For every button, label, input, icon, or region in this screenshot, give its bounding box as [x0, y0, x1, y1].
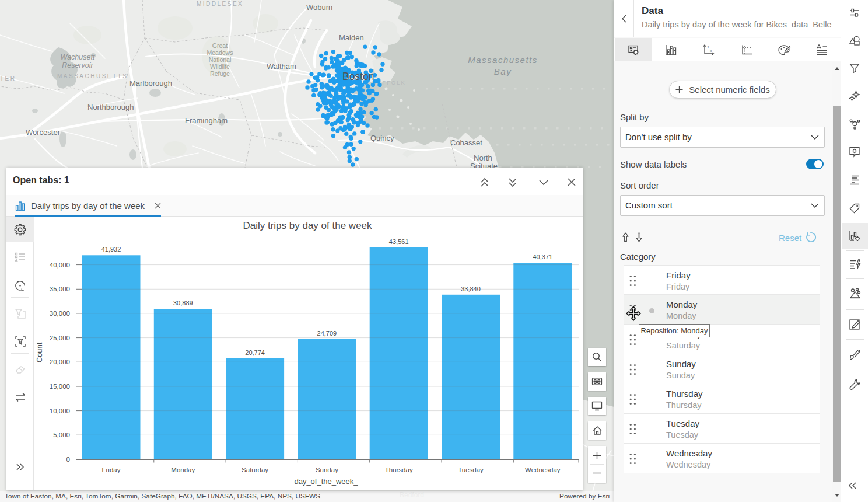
- svg-text:Tuesday: Tuesday: [458, 466, 484, 473]
- svg-text:Malden: Malden: [339, 33, 364, 42]
- svg-text:TER: TER: [0, 75, 16, 82]
- svg-text:24,709: 24,709: [317, 330, 337, 337]
- svg-text:Wednesday: Wednesday: [525, 466, 561, 473]
- svg-text:Boston: Boston: [342, 71, 374, 82]
- svg-text:10,000: 10,000: [50, 407, 70, 414]
- svg-text:Bay: Bay: [494, 67, 512, 76]
- svg-text:20,000: 20,000: [50, 358, 70, 365]
- svg-text:15,000: 15,000: [50, 383, 70, 390]
- svg-text:MIDDLESEX: MIDDLESEX: [197, 1, 243, 7]
- svg-text:Thursday: Thursday: [385, 466, 413, 473]
- svg-text:Y: Y: [707, 45, 709, 48]
- svg-text:30,000: 30,000: [50, 310, 70, 317]
- svg-text:25,000: 25,000: [50, 334, 70, 341]
- svg-text:35,000: 35,000: [50, 285, 70, 292]
- svg-text:41,932: 41,932: [102, 246, 121, 253]
- svg-text:33,840: 33,840: [461, 285, 481, 292]
- svg-text:Wildlife: Wildlife: [210, 63, 230, 70]
- svg-text:Waltham: Waltham: [267, 62, 296, 71]
- svg-text:day_of_the_week_: day_of_the_week_: [294, 477, 358, 486]
- svg-text:Northborough: Northborough: [88, 103, 134, 111]
- svg-text:40,371: 40,371: [533, 253, 552, 260]
- svg-text:x: x: [710, 49, 712, 53]
- svg-text:Count: Count: [35, 342, 44, 362]
- svg-text:0: 0: [66, 456, 70, 463]
- svg-text:Daily trips by day of the week: Daily trips by day of the week: [243, 220, 372, 231]
- svg-text:Great: Great: [212, 42, 228, 49]
- svg-text:MASSACHUSETTS: MASSACHUSETTS: [57, 73, 128, 79]
- svg-text:National: National: [209, 56, 232, 63]
- svg-text:Sunday: Sunday: [316, 466, 338, 473]
- svg-text:Marlborough: Marlborough: [130, 79, 172, 88]
- svg-text:Meadows: Meadows: [207, 49, 233, 56]
- svg-text:Monday: Monday: [171, 466, 195, 473]
- svg-text:North: North: [474, 154, 492, 162]
- svg-text:40,000: 40,000: [50, 262, 70, 269]
- svg-text:Reservoir: Reservoir: [62, 61, 93, 69]
- svg-text:43,561: 43,561: [389, 238, 409, 245]
- svg-text:Refuge: Refuge: [210, 70, 230, 77]
- svg-text:Quincy: Quincy: [370, 134, 394, 142]
- svg-text:Cohasset: Cohasset: [450, 138, 482, 147]
- svg-text:20,774: 20,774: [245, 349, 265, 356]
- svg-text:Friday: Friday: [102, 466, 121, 473]
- svg-text:Massachusetts: Massachusetts: [468, 55, 538, 65]
- svg-text:Wachusett: Wachusett: [61, 53, 95, 61]
- svg-text:Worcester: Worcester: [26, 128, 61, 137]
- svg-text:Framingham: Framingham: [185, 116, 228, 125]
- svg-text:Saturday: Saturday: [242, 466, 268, 473]
- svg-text:Woburn: Woburn: [306, 3, 332, 12]
- svg-text:30,889: 30,889: [173, 299, 193, 306]
- svg-text:5,000: 5,000: [53, 431, 70, 438]
